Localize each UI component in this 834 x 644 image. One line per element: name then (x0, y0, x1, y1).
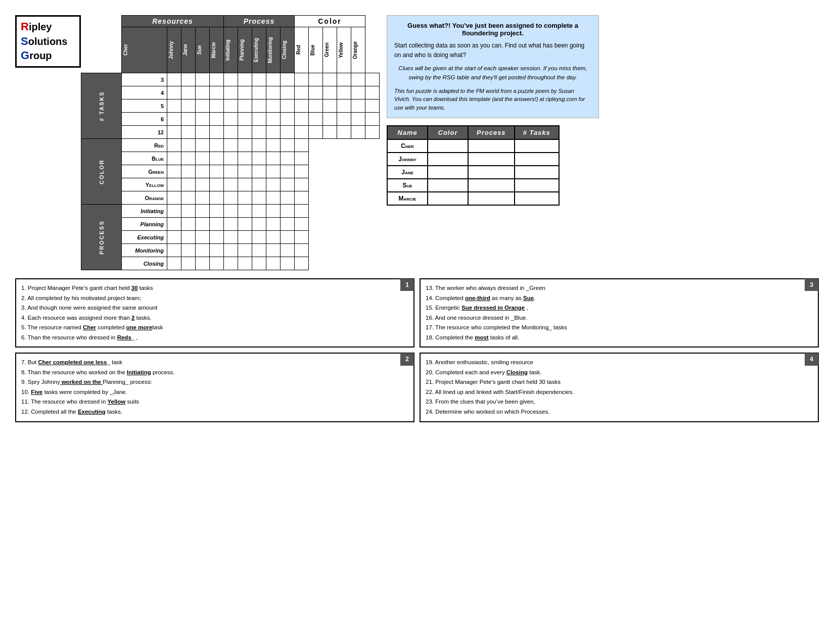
grid-cell (337, 100, 351, 113)
clue-line: 11. The resource who dressed in Yellow s… (21, 397, 408, 407)
grid-cell (266, 126, 281, 139)
grid-cell (210, 113, 224, 126)
grid-cell (281, 126, 295, 139)
grid-cell (323, 139, 337, 152)
grid-cell (323, 257, 337, 270)
grid-cell (309, 139, 323, 152)
grid-cell (337, 152, 351, 165)
grid-cell (323, 218, 337, 231)
grid-cell (238, 257, 252, 270)
grid-cell (351, 113, 365, 126)
grid-cell (281, 191, 295, 205)
grid-cell (266, 231, 281, 244)
color-header: Color (295, 16, 365, 27)
clue-line: 22. All lined up and linked with Start/F… (426, 387, 813, 398)
grid-cell (181, 178, 196, 191)
grid-cell (309, 231, 323, 244)
grid-cell (224, 113, 238, 126)
grid-cell (224, 205, 238, 218)
grid-cell (365, 73, 380, 86)
grid-cell (337, 244, 351, 257)
grid-cell (337, 178, 351, 191)
grid-cell (167, 113, 181, 126)
grid-cell (295, 218, 309, 231)
grid-cell (281, 257, 295, 270)
grid-cell (295, 165, 309, 178)
grid-cell (309, 218, 323, 231)
grid-cell (281, 178, 295, 191)
grid-cell (252, 218, 266, 231)
grid-cell (365, 257, 380, 270)
grid-cell (181, 73, 196, 86)
clue-box-1: 1 1. Project Manager Pete’s gantt chart … (15, 278, 414, 348)
clue-line: 6. Than the resource who dressed in Reds… (21, 333, 408, 343)
grid-cell (224, 86, 238, 100)
grid-cell (266, 152, 281, 165)
grid-cell (167, 126, 181, 139)
grid-cell (295, 73, 309, 86)
grid-cell (309, 244, 323, 257)
grid-cell (252, 152, 266, 165)
grid-cell (238, 205, 252, 218)
grid-cell (351, 100, 365, 113)
grid-cell (210, 73, 224, 86)
col-initiating: Initiating (224, 27, 238, 73)
grid-cell (181, 100, 196, 113)
grid-cell (196, 191, 210, 205)
col-monitoring: Monitoring (266, 27, 281, 73)
grid-cell (181, 231, 196, 244)
summary-header-process: Process (468, 126, 515, 139)
grid-cell (181, 152, 196, 165)
grid-cell (210, 244, 224, 257)
info-box-title: Guess what?! You've just been assigned t… (394, 22, 591, 37)
grid-cell (323, 178, 337, 191)
grid-cell (351, 86, 365, 100)
grid-cell (252, 139, 266, 152)
grid-cell (238, 126, 252, 139)
grid-cell (252, 191, 266, 205)
grid-cell (252, 165, 266, 178)
grid-cell (337, 139, 351, 152)
summary-row: Johnny (387, 153, 559, 166)
grid-cell (167, 152, 181, 165)
grid-cell (181, 257, 196, 270)
grid-cell (365, 139, 380, 152)
clue-line: 20. Completed each and every Closing tas… (426, 368, 813, 378)
col-jane: Jane (181, 27, 196, 73)
clue-box-4: 4 19. Another enthusiastic, smiling reso… (420, 353, 819, 422)
grid-cell (351, 178, 365, 191)
grid-cell (238, 178, 252, 191)
row-label-5: 5 (122, 100, 167, 113)
grid-cell (167, 191, 181, 205)
grid-cell (323, 165, 337, 178)
grid-cell (252, 73, 266, 86)
grid-cell (238, 113, 252, 126)
clue-line: 14. Completed one-third as many as Sue. (426, 293, 813, 304)
grid-cell (351, 191, 365, 205)
grid-cell (266, 113, 281, 126)
summary-cell-color (428, 179, 468, 192)
grid-cell (167, 231, 181, 244)
grid-cell (238, 100, 252, 113)
grid-cell (181, 165, 196, 178)
grid-cell (365, 218, 380, 231)
row-label-blue: Blue (122, 152, 167, 165)
summary-header-name: Name (387, 126, 428, 139)
grid-cell (252, 205, 266, 218)
grid-cell (210, 205, 224, 218)
grid-cell (210, 152, 224, 165)
grid-cell (196, 231, 210, 244)
grid-cell (210, 126, 224, 139)
clue-line: 21. Project Manager Pete’s gantt chart h… (426, 377, 813, 387)
grid-cell (337, 113, 351, 126)
grid-cell (266, 139, 281, 152)
grid-cell (323, 73, 337, 86)
grid-cell (238, 231, 252, 244)
summary-cell-tasks (515, 166, 559, 179)
grid-cell (351, 139, 365, 152)
clue-line: 1. Project Manager Pete’s gantt chart he… (21, 283, 408, 293)
row-label-6: 6 (122, 113, 167, 126)
summary-row: Cher (387, 139, 559, 153)
grid-cell (295, 139, 309, 152)
clue-line: 8. Than the resource who worked on the I… (21, 368, 408, 378)
